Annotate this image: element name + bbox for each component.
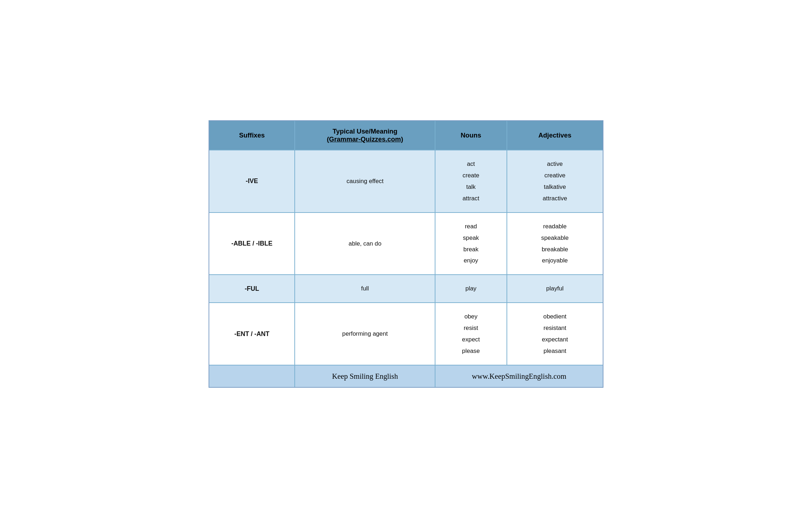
table-row: -IVEcausing effectactcreatetalkattractac… — [209, 150, 603, 213]
adjectives-cell: activecreativetalkativeattractive — [507, 150, 603, 213]
footer-empty — [209, 365, 295, 387]
suffix-cell: -FUL — [209, 275, 295, 303]
meaning-cell: performing agent — [295, 303, 435, 365]
table-row: -ENT / -ANTperforming agentobeyresistexp… — [209, 303, 603, 365]
footer-brand: Keep Smiling English — [295, 365, 435, 387]
footer-website: www.KeepSmilingEnglish.com — [435, 365, 603, 387]
suffix-cell: -ABLE / -IBLE — [209, 213, 295, 275]
adjectives-cell: obedientresistantexpectantpleasant — [507, 303, 603, 365]
meaning-cell: able, can do — [295, 213, 435, 275]
header-adjectives: Adjectives — [507, 121, 603, 150]
header-suffixes: Suffixes — [209, 121, 295, 150]
footer-row: Keep Smiling English www.KeepSmilingEngl… — [209, 365, 603, 387]
nouns-cell: actcreatetalkattract — [435, 150, 507, 213]
suffix-table: Suffixes Typical Use/Meaning (Grammar-Qu… — [209, 121, 603, 387]
nouns-cell: readspeakbreakenjoy — [435, 213, 507, 275]
header-row: Suffixes Typical Use/Meaning (Grammar-Qu… — [209, 121, 603, 150]
nouns-cell: obeyresistexpectplease — [435, 303, 507, 365]
meaning-cell: causing effect — [295, 150, 435, 213]
header-nouns: Nouns — [435, 121, 507, 150]
suffix-cell: -IVE — [209, 150, 295, 213]
suffix-cell: -ENT / -ANT — [209, 303, 295, 365]
header-typical-use: Typical Use/Meaning (Grammar-Quizzes.com… — [295, 121, 435, 150]
table-row: -ABLE / -IBLEable, can doreadspeakbreake… — [209, 213, 603, 275]
table-row: -FULfullplayplayful — [209, 275, 603, 303]
meaning-cell: full — [295, 275, 435, 303]
adjectives-cell: playful — [507, 275, 603, 303]
adjectives-cell: readablespeakablebreakableenjoyable — [507, 213, 603, 275]
nouns-cell: play — [435, 275, 507, 303]
main-table-wrapper: Suffixes Typical Use/Meaning (Grammar-Qu… — [209, 120, 603, 388]
header-grammar-quizzes[interactable]: (Grammar-Quizzes.com) — [327, 135, 403, 143]
